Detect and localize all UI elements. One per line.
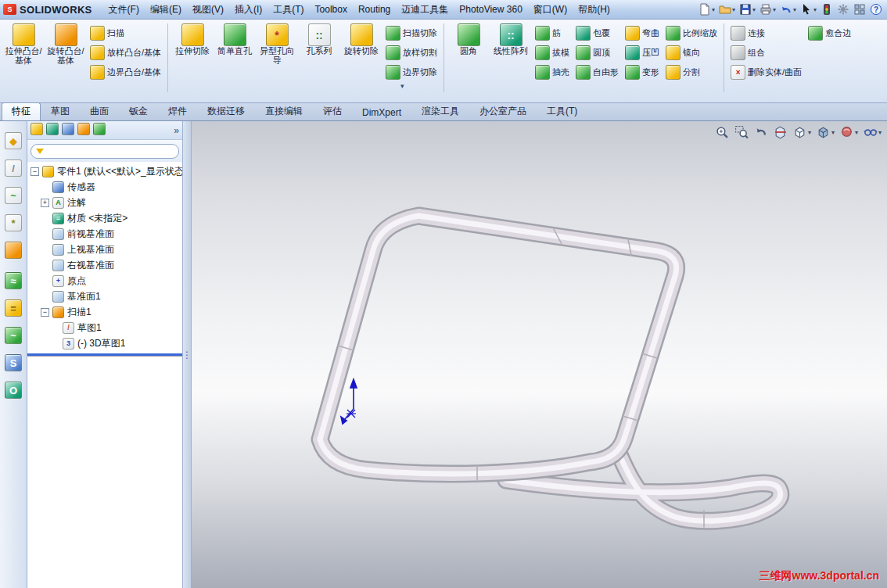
tree-item[interactable]: 3(-) 3D草图1: [27, 335, 182, 351]
menu-item-5[interactable]: 工具(T): [268, 1, 309, 19]
tab-数据迁移[interactable]: 数据迁移: [197, 102, 255, 120]
boundary-boss-button[interactable]: 边界凸台/基体: [88, 63, 163, 81]
draft-button[interactable]: 拔模: [533, 43, 572, 62]
menu-item-11[interactable]: 帮助(H): [573, 1, 616, 19]
tree-item[interactable]: 前视基准面: [27, 226, 182, 242]
flex-button[interactable]: 弯曲: [623, 23, 662, 42]
fillet-button[interactable]: 圆角: [448, 22, 489, 67]
propertymanager-tab-button[interactable]: [46, 123, 59, 138]
menu-item-9[interactable]: PhotoView 360: [454, 2, 528, 17]
rollback-bar[interactable]: [27, 353, 182, 356]
helix-tool-tool[interactable]: S: [5, 354, 22, 371]
dome-button[interactable]: 圆顶: [573, 43, 612, 62]
deform-button[interactable]: 变形: [623, 63, 662, 81]
point-tool[interactable]: *: [5, 214, 22, 231]
tree-item[interactable]: −扫描1: [27, 304, 182, 320]
zoom-fit-icon[interactable]: [714, 124, 730, 140]
scale-button[interactable]: 比例缩放: [663, 23, 720, 42]
select-cursor-icon[interactable]: ▾: [799, 2, 818, 16]
tree-item[interactable]: 基准面1: [27, 289, 182, 304]
menu-item-1[interactable]: 文件(F): [103, 1, 145, 19]
tree-item[interactable]: /草图1: [27, 320, 182, 335]
tree-item[interactable]: +A注解: [27, 195, 182, 210]
tab-钣金[interactable]: 钣金: [119, 102, 158, 120]
dimension-tool[interactable]: /: [5, 160, 22, 177]
menu-item-6[interactable]: Toolbox: [310, 2, 353, 17]
lofted-cut-button[interactable]: 放样切割: [383, 43, 440, 62]
options-gear-icon[interactable]: [835, 2, 851, 16]
dropdown-caret-icon[interactable]: ▾: [831, 129, 835, 136]
menu-item-7[interactable]: Routing: [353, 2, 396, 17]
dropdown-caret-icon[interactable]: ▾: [773, 6, 776, 13]
stack-dropdown-caret-icon[interactable]: ▾: [383, 82, 404, 90]
delete-body-button[interactable]: ×删除实体/曲面: [728, 63, 804, 81]
wrap-button[interactable]: 包覆: [573, 23, 612, 42]
linear-pattern-button[interactable]: ::线性阵列: [490, 22, 531, 67]
undo-icon[interactable]: ▾: [778, 2, 798, 16]
featuremanager-tab-button[interactable]: [31, 123, 43, 138]
tree-item[interactable]: 右视基准面: [27, 257, 182, 273]
menu-item-10[interactable]: 窗口(W): [528, 1, 573, 19]
circle-tool-tool[interactable]: O: [5, 382, 22, 399]
new-document-icon[interactable]: ▾: [697, 2, 716, 16]
tab-dimxpert[interactable]: DimXpert: [352, 105, 411, 120]
zoom-area-icon[interactable]: [734, 124, 749, 140]
tree-item[interactable]: 传感器: [27, 179, 182, 195]
plane-tool-tool[interactable]: [5, 242, 22, 262]
tab-焊件[interactable]: 焊件: [158, 102, 197, 120]
menu-item-8[interactable]: 迈迪工具集: [396, 1, 454, 19]
splitter-grip-icon[interactable]: ⋮: [182, 350, 192, 360]
spline-tool[interactable]: ~: [5, 187, 22, 204]
sketch-tool[interactable]: ◆: [5, 132, 22, 149]
tab-特征[interactable]: 特征: [2, 102, 41, 120]
collapse-toggle-icon[interactable]: −: [41, 308, 49, 317]
tab-曲面[interactable]: 曲面: [80, 102, 119, 120]
shell-button[interactable]: 抽壳: [533, 63, 572, 81]
hide-show-items-icon[interactable]: ▾: [863, 124, 882, 140]
tab-工具(T)[interactable]: 工具(T): [537, 102, 587, 120]
heal-edges-button[interactable]: 愈合边: [806, 23, 853, 42]
dropdown-caret-icon[interactable]: ▾: [752, 6, 756, 13]
tab-办公室产品[interactable]: 办公室产品: [469, 102, 537, 120]
dropdown-caret-icon[interactable]: ▾: [855, 129, 858, 136]
dropdown-caret-icon[interactable]: ▾: [793, 6, 796, 13]
edit-appearance-icon[interactable]: ▾: [839, 124, 859, 140]
menu-item-2[interactable]: 编辑(E): [145, 1, 187, 19]
tree-item[interactable]: 上视基准面: [27, 242, 182, 257]
tab-直接编辑[interactable]: 直接编辑: [255, 102, 313, 120]
print-icon[interactable]: ▾: [758, 2, 777, 16]
simple-hole-button[interactable]: 简单直孔: [214, 22, 255, 67]
revolve-boss-button[interactable]: 旋转凸台/基体: [45, 22, 86, 67]
previous-view-icon[interactable]: [753, 124, 769, 140]
hole-wizard-button[interactable]: *异型孔向导: [257, 22, 297, 67]
dropdown-caret-icon[interactable]: ▾: [813, 6, 817, 13]
displaymanager-tab-button[interactable]: [93, 123, 106, 138]
extruded-cut-button[interactable]: 拉伸切除: [172, 22, 213, 67]
open-icon[interactable]: ▾: [717, 2, 737, 16]
menu-item-3[interactable]: 视图(V): [187, 1, 229, 19]
dropdown-caret-icon[interactable]: ▾: [878, 129, 882, 136]
extrude-boss-button[interactable]: 拉伸凸台/基体: [3, 22, 44, 67]
hole-series-button[interactable]: ::孔系列: [299, 22, 339, 67]
rib-button[interactable]: 筋: [533, 23, 563, 42]
sweep-button[interactable]: 扫描: [88, 23, 127, 42]
dimxpertmanager-tab-button[interactable]: [77, 123, 90, 138]
panel-splitter[interactable]: ⋮: [183, 121, 192, 588]
filter-box[interactable]: [31, 144, 179, 159]
view-orientation-icon[interactable]: ▾: [792, 124, 812, 140]
chart-tool-tool[interactable]: =: [5, 299, 22, 317]
model-3d-tube-frame[interactable]: [192, 121, 887, 588]
boundary-cut-button[interactable]: 边界切除: [383, 63, 440, 81]
tree-item[interactable]: +原点: [27, 273, 182, 289]
display-style-icon[interactable]: ▾: [816, 124, 835, 140]
join-button[interactable]: 连接: [728, 23, 767, 42]
tab-渲染工具[interactable]: 渲染工具: [411, 102, 469, 120]
section-view-icon[interactable]: [773, 124, 788, 140]
dropdown-caret-icon[interactable]: ▾: [808, 129, 811, 136]
swept-cut-button[interactable]: 扫描切除: [383, 23, 440, 42]
combine-button[interactable]: 组合: [728, 43, 767, 62]
loft-button[interactable]: 放样凸台/基体: [88, 43, 163, 62]
rebuild-icon[interactable]: [819, 2, 835, 16]
expand-toggle-icon[interactable]: +: [41, 199, 49, 207]
graphics-area[interactable]: ▾▾▾▾ 三维网www.3dportal.cn: [192, 121, 887, 588]
